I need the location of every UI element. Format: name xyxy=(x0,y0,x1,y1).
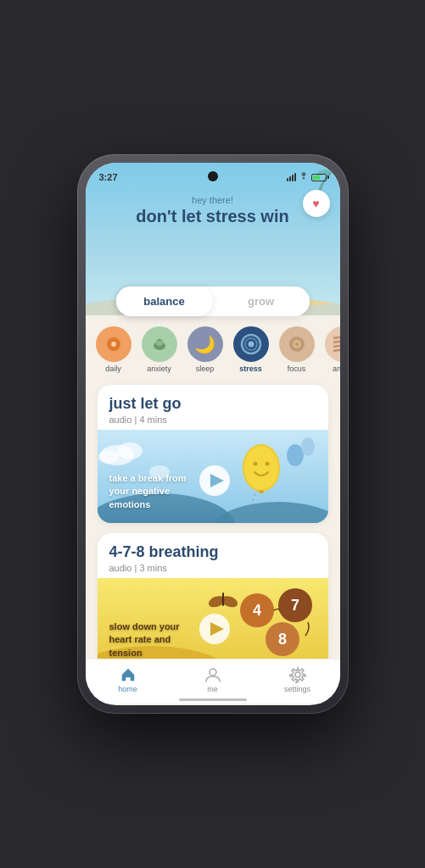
card-1-header: just let go audio | 4 mins xyxy=(98,385,328,430)
nav-me[interactable]: me xyxy=(171,666,255,693)
sleep-icon: 🌙 xyxy=(187,326,223,362)
svg-rect-33 xyxy=(222,593,224,606)
card-1-meta: audio | 4 mins xyxy=(109,415,316,425)
anxiety-icon xyxy=(142,326,177,362)
tab-row: balance grow xyxy=(116,287,310,316)
nav-settings[interactable]: settings xyxy=(255,666,340,693)
card-2-title: 4-7-8 breathing xyxy=(109,543,316,561)
home-icon xyxy=(120,666,137,683)
nav-me-label: me xyxy=(207,685,218,693)
svg-point-25 xyxy=(287,444,304,466)
card-2-image: 4 7 8 xyxy=(98,578,328,659)
card-2-meta: audio | 3 mins xyxy=(109,563,316,573)
category-daily[interactable]: daily xyxy=(94,326,133,373)
anger-icon xyxy=(325,326,340,362)
focus-icon xyxy=(279,326,315,362)
battery-icon xyxy=(311,174,327,181)
category-sleep[interactable]: 🌙 sleep xyxy=(186,326,225,373)
category-anxiety[interactable]: anxiety xyxy=(140,326,179,373)
daily-icon xyxy=(96,326,131,362)
category-focus[interactable]: focus xyxy=(277,326,316,373)
svg-text:7: 7 xyxy=(290,597,299,614)
stress-label: stress xyxy=(239,364,262,373)
svg-text:4: 4 xyxy=(252,602,260,619)
status-icons xyxy=(287,172,327,182)
phone-frame: 3:27 xyxy=(77,154,349,714)
content-area: just let go audio | 4 mins xyxy=(86,378,340,659)
stress-icon xyxy=(233,326,269,362)
heart-icon: ♥ xyxy=(312,197,319,210)
svg-point-42 xyxy=(210,669,216,676)
profile-icon xyxy=(204,666,221,683)
card-1-image: take a break fromyour negativeemotions xyxy=(98,430,328,523)
nav-home[interactable]: home xyxy=(86,666,171,693)
svg-point-26 xyxy=(301,437,315,456)
svg-rect-6 xyxy=(158,339,161,341)
focus-label: focus xyxy=(288,364,306,373)
anxiety-label: anxiety xyxy=(147,364,171,373)
favorite-button[interactable]: ♥ xyxy=(303,190,330,217)
tab-grow[interactable]: grow xyxy=(213,287,310,316)
category-stress[interactable]: stress xyxy=(232,326,271,373)
svg-point-43 xyxy=(295,672,300,677)
svg-point-3 xyxy=(111,342,116,347)
svg-point-12 xyxy=(295,342,299,346)
card-1-title: just let go xyxy=(109,395,316,413)
svg-point-21 xyxy=(244,446,278,490)
daily-label: daily xyxy=(105,364,121,373)
card-1-overlay-text: take a break fromyour negativeemotions xyxy=(109,472,187,511)
tab-balance[interactable]: balance xyxy=(116,287,213,316)
signal-icon xyxy=(287,173,296,181)
card-2-header: 4-7-8 breathing audio | 3 mins xyxy=(98,533,328,578)
status-time: 3:27 xyxy=(99,172,118,182)
svg-point-16 xyxy=(98,450,119,464)
phone-screen: 3:27 xyxy=(86,163,340,705)
bottom-nav: home me settings xyxy=(86,659,340,704)
wifi-icon xyxy=(299,172,309,182)
sleep-label: sleep xyxy=(196,364,215,373)
settings-icon xyxy=(289,666,306,683)
nav-settings-label: settings xyxy=(284,685,310,693)
svg-point-9 xyxy=(248,342,254,348)
card-just-let-go[interactable]: just let go audio | 4 mins xyxy=(98,385,328,523)
content-scroll: just let go audio | 4 mins xyxy=(86,378,340,659)
category-row: daily anxiety 🌙 xyxy=(86,316,340,378)
card-2-overlay-text: slow down yourheart rate andtension xyxy=(109,620,180,659)
category-anger[interactable]: anger xyxy=(323,326,340,373)
nav-home-label: home xyxy=(118,685,137,693)
svg-point-23 xyxy=(265,462,269,466)
front-camera xyxy=(208,171,218,181)
svg-point-24 xyxy=(259,490,264,493)
card-breathing[interactable]: 4-7-8 breathing audio | 3 mins xyxy=(98,533,328,659)
svg-point-15 xyxy=(117,442,143,459)
svg-point-22 xyxy=(253,462,257,466)
home-indicator xyxy=(179,698,247,701)
svg-text:8: 8 xyxy=(277,631,286,648)
anger-label: anger xyxy=(333,364,340,373)
